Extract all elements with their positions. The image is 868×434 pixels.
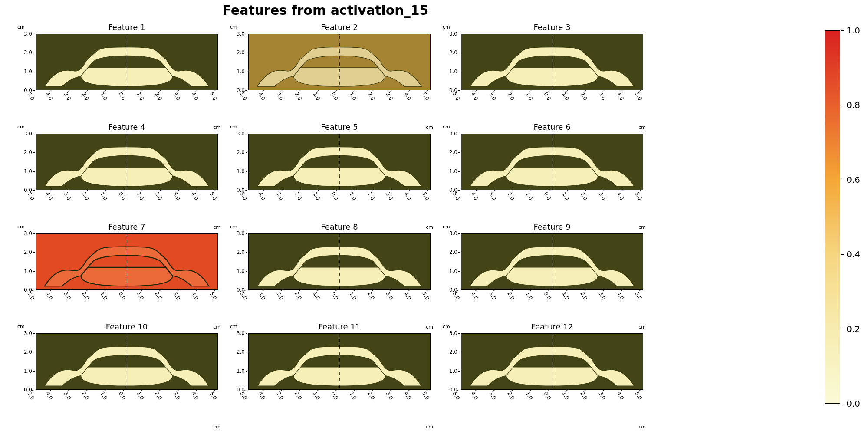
x-tick: 0.0 — [542, 191, 552, 201]
x-tick: 4.0 — [470, 291, 479, 301]
x-tick: 4.0 — [44, 391, 54, 401]
x-ticks: 5.04.03.02.01.00.01.02.03.04.05.0 — [461, 390, 643, 409]
x-tick: 4.0 — [470, 91, 479, 102]
x-tick: 2.0 — [366, 391, 376, 401]
y-tick: 2.0 — [24, 349, 32, 355]
y-ticks: 0.01.02.03.0 — [17, 333, 34, 390]
x-tick: 5.0 — [634, 91, 643, 102]
x-tick: 4.0 — [190, 391, 200, 401]
y-tick: 1.0 — [449, 69, 457, 75]
subplot-title: Feature 5 — [248, 122, 431, 132]
y-tick: 2.0 — [449, 49, 457, 56]
x-tick: 0.0 — [330, 391, 339, 401]
center-line — [127, 34, 127, 90]
x-tick: 1.0 — [135, 391, 145, 401]
x-tick: 4.0 — [403, 91, 412, 102]
center-line — [339, 334, 340, 389]
y-tick: 1.0 — [237, 268, 245, 274]
y-tick: 2.0 — [449, 349, 457, 355]
x-tick: 3.0 — [62, 91, 72, 102]
y-tick: 3.0 — [449, 31, 457, 37]
y-tick: 2.0 — [24, 149, 32, 155]
x-axis-unit: cm — [426, 424, 433, 430]
x-tick: 3.0 — [62, 291, 72, 301]
x-tick: 2.0 — [154, 291, 163, 301]
y-ticks: 0.01.02.03.0 — [230, 34, 247, 90]
x-tick: 1.0 — [348, 291, 358, 301]
subplot-title: Feature 6 — [461, 122, 643, 132]
y-ticks: 0.01.02.03.0 — [17, 233, 34, 290]
x-tick: 0.0 — [542, 91, 552, 102]
x-axis-unit: cm — [213, 424, 220, 430]
x-tick: 0.0 — [117, 91, 127, 102]
heatmap-panel — [248, 333, 431, 390]
heatmap-panel — [36, 134, 218, 190]
heatmap-panel — [461, 134, 643, 190]
x-tick: 2.0 — [154, 191, 163, 201]
x-tick: 2.0 — [366, 191, 376, 201]
x-ticks: 5.04.03.02.01.00.01.02.03.04.05.0 — [36, 190, 218, 209]
subplot-title: Feature 10 — [36, 322, 218, 331]
x-tick: 2.0 — [81, 191, 90, 201]
subplot: Feature 4cm 0.01.02.03.05.04.03.02.01.00… — [17, 124, 221, 220]
x-tick: 4.0 — [615, 191, 625, 201]
x-tick: 1.0 — [524, 91, 534, 102]
x-tick: 2.0 — [579, 91, 589, 102]
heatmap-panel — [248, 233, 431, 290]
subplot: Feature 8cm 0.01.02.03.05.04.03.02.01.00… — [230, 224, 434, 319]
y-tick: 1.0 — [24, 168, 32, 174]
x-tick: 4.0 — [403, 391, 412, 401]
x-tick: 3.0 — [597, 291, 607, 301]
x-tick: 2.0 — [506, 391, 516, 401]
x-tick: 3.0 — [488, 291, 497, 301]
x-tick: 5.0 — [421, 391, 431, 401]
y-tick: 1.0 — [24, 368, 32, 374]
x-tick: 2.0 — [154, 91, 163, 102]
colorbar-ticks: 0.00.20.40.60.81.0 — [801, 30, 823, 404]
heatmap-panel — [248, 134, 431, 190]
x-tick: 2.0 — [579, 191, 589, 201]
y-tick: 3.0 — [237, 131, 245, 137]
y-axis-unit: cm — [17, 224, 25, 230]
x-tick: 2.0 — [579, 391, 589, 401]
x-tick: 3.0 — [597, 391, 607, 401]
x-tick: 1.0 — [561, 91, 570, 102]
x-tick: 0.0 — [542, 291, 552, 301]
x-tick: 3.0 — [385, 291, 394, 301]
x-tick: 2.0 — [506, 291, 516, 301]
x-tick: 3.0 — [488, 391, 497, 401]
y-tick: 3.0 — [237, 330, 245, 336]
y-axis-unit: cm — [443, 324, 450, 329]
y-tick: 2.0 — [449, 149, 457, 155]
x-ticks: 5.04.03.02.01.00.01.02.03.04.05.0 — [461, 290, 643, 309]
x-tick: 4.0 — [615, 391, 625, 401]
x-tick: 3.0 — [597, 191, 607, 201]
figure-title: Features from activation_15 — [0, 3, 651, 18]
heatmap-panel — [461, 34, 643, 90]
y-tick: 1.0 — [449, 168, 457, 174]
x-tick: 4.0 — [190, 291, 200, 301]
y-tick: 3.0 — [24, 31, 32, 37]
x-tick: 4.0 — [44, 91, 54, 102]
subplot-title: Feature 12 — [461, 322, 643, 331]
x-tick: 4.0 — [190, 191, 200, 201]
y-tick: 2.0 — [449, 249, 457, 255]
x-tick: 5.0 — [421, 91, 431, 102]
center-line — [127, 134, 127, 190]
x-tick: 3.0 — [62, 191, 72, 201]
y-axis-unit: cm — [443, 224, 450, 230]
center-line — [552, 234, 552, 289]
x-tick: 5.0 — [634, 191, 643, 201]
x-tick: 3.0 — [172, 191, 181, 201]
y-tick: 3.0 — [449, 330, 457, 336]
x-tick: 2.0 — [506, 191, 516, 201]
subplot-title: Feature 7 — [36, 222, 218, 231]
x-ticks: 5.04.03.02.01.00.01.02.03.04.05.0 — [461, 90, 643, 109]
heatmap-panel — [461, 333, 643, 390]
subplot-title: Feature 1 — [36, 23, 218, 32]
y-tick: 3.0 — [237, 31, 245, 37]
x-tick: 1.0 — [348, 91, 358, 102]
x-tick: 0.0 — [117, 391, 127, 401]
x-tick: 5.0 — [421, 191, 431, 201]
subplot: Feature 9cm 0.01.02.03.05.04.03.02.01.00… — [443, 224, 647, 319]
